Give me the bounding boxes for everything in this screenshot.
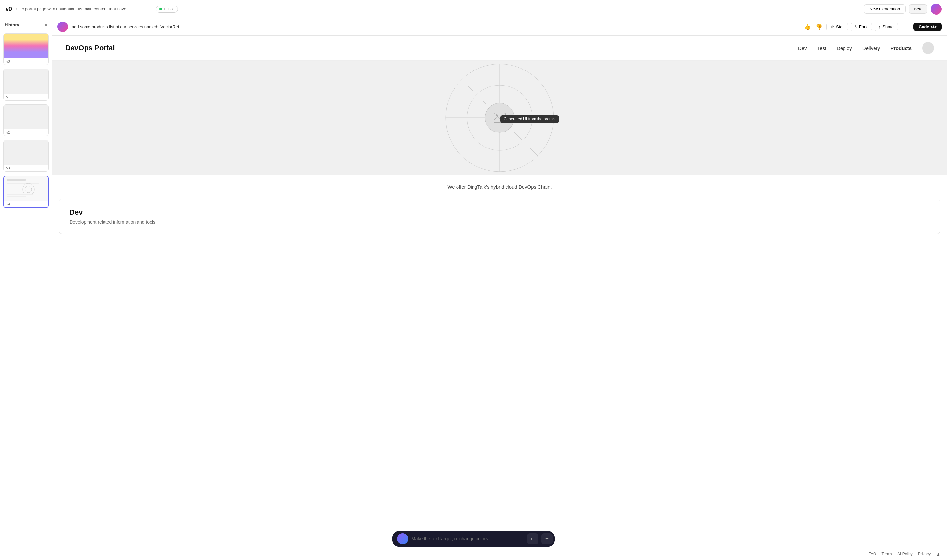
share-button[interactable]: ↑ Share — [875, 23, 898, 31]
public-label: Public — [163, 7, 174, 11]
share-label: Share — [882, 25, 894, 29]
dev-section: Dev Development related information and … — [59, 199, 941, 234]
logo: v0 — [5, 5, 12, 13]
topbar: v0 / A portal page with navigation, its … — [0, 0, 947, 18]
code-button[interactable]: Code </> — [913, 23, 942, 31]
svg-line-15 — [514, 132, 538, 156]
bottom-prompt-avatar — [397, 533, 408, 544]
version-thumbnail-v3[interactable]: v3 — [3, 140, 49, 172]
version-label-v2: v2 — [4, 129, 48, 136]
topbar-more-button[interactable]: ··· — [182, 4, 190, 14]
fork-label: Fork — [859, 25, 868, 29]
portal-user-avatar — [922, 42, 934, 54]
footer-up-arrow[interactable]: ▲ — [936, 552, 941, 557]
version-label-v1: v1 — [4, 94, 48, 100]
user-avatar[interactable] — [931, 4, 942, 15]
portal-logo: DevOps Portal — [65, 44, 115, 52]
version-label-v3: v3 — [4, 165, 48, 171]
content-area: add some products list of our services n… — [52, 18, 947, 548]
footer-privacy-link[interactable]: Privacy — [918, 552, 931, 556]
public-dot — [159, 8, 162, 11]
prompt-text: add some products list of our services n… — [72, 25, 799, 29]
bottom-prompt-enter-button[interactable]: ↵ — [527, 533, 538, 544]
svg-point-19 — [496, 114, 498, 116]
svg-rect-2 — [6, 183, 39, 184]
hero-diagram: Generated UI from the prompt — [444, 62, 555, 173]
nav-link-products[interactable]: Products — [890, 45, 912, 51]
dev-section-desc: Development related information and tool… — [69, 219, 930, 225]
page-title: A portal page with navigation, its main … — [21, 6, 152, 11]
sidebar-collapse-button[interactable]: « — [45, 22, 47, 28]
bottom-prompt-input[interactable] — [412, 536, 524, 542]
footer-faq-link[interactable]: FAQ — [868, 552, 876, 556]
version-thumbnail-v0[interactable]: v0 — [3, 33, 49, 65]
thumbs-down-button[interactable]: 👎 — [814, 23, 824, 31]
topbar-right-actions: New Generation Beta — [864, 4, 942, 15]
svg-rect-5 — [6, 194, 32, 195]
fork-button[interactable]: ⑂ Fork — [851, 23, 872, 31]
svg-line-14 — [461, 80, 486, 104]
version-thumbnail-v4[interactable]: v4 — [3, 175, 49, 208]
sidebar-header: History « — [0, 18, 52, 31]
share-icon: ↑ — [879, 25, 881, 29]
portal-nav-links: Dev Test Deploy Delivery Products — [798, 42, 934, 54]
preview-area[interactable]: DevOps Portal Dev Test Deploy Delivery P… — [52, 35, 947, 548]
version-thumb-img-v3 — [4, 140, 48, 165]
sidebar: History « v0 v1 v2 v3 — [0, 18, 52, 548]
prompt-bar: add some products list of our services n… — [52, 18, 947, 35]
main-layout: History « v0 v1 v2 v3 — [0, 18, 947, 548]
portal-description: We offer DingTalk's hybrid cloud DevOps … — [52, 175, 947, 199]
version-label-v0: v0 — [4, 58, 48, 65]
star-button[interactable]: ☆ Star — [826, 23, 848, 31]
footer-ai-policy-link[interactable]: AI Policy — [898, 552, 913, 556]
version-thumb-img-v2 — [4, 105, 48, 129]
preview-inner: DevOps Portal Dev Test Deploy Delivery P… — [52, 35, 947, 280]
nav-link-deploy[interactable]: Deploy — [837, 45, 852, 51]
version-thumbnail-v2[interactable]: v2 — [3, 105, 49, 136]
bottom-prompt-tools-button[interactable]: ✦ — [541, 533, 552, 544]
hero-tooltip: Generated UI from the prompt — [500, 115, 559, 123]
hero-section: Generated UI from the prompt — [52, 61, 947, 175]
footer: FAQ Terms AI Policy Privacy ▲ — [0, 548, 947, 560]
separator: / — [16, 6, 17, 12]
nav-link-test[interactable]: Test — [817, 45, 827, 51]
version-thumbnail-v1[interactable]: v1 — [3, 69, 49, 100]
version-label-v4: v4 — [4, 201, 48, 207]
dev-section-title: Dev — [69, 208, 930, 217]
footer-terms-link[interactable]: Terms — [881, 552, 892, 556]
prompt-avatar — [57, 22, 68, 32]
nav-link-delivery[interactable]: Delivery — [862, 45, 880, 51]
svg-line-16 — [514, 80, 538, 104]
star-icon: ☆ — [830, 25, 834, 29]
fork-icon: ⑂ — [855, 25, 858, 29]
star-label: Star — [836, 25, 844, 29]
public-badge[interactable]: Public — [156, 6, 178, 13]
more-button[interactable]: ··· — [901, 22, 911, 32]
svg-rect-6 — [6, 197, 26, 197]
new-generation-button[interactable]: New Generation — [864, 4, 905, 14]
prompt-actions: 👍 👎 ☆ Star ⑂ Fork ↑ Share ··· Code </> — [803, 22, 942, 32]
beta-button[interactable]: Beta — [909, 4, 927, 14]
sidebar-title: History — [5, 23, 19, 28]
nav-link-dev[interactable]: Dev — [798, 45, 807, 51]
bottom-prompt-bar: ↵ ✦ — [392, 531, 555, 547]
version-thumb-img-v0 — [4, 34, 48, 58]
svg-line-17 — [461, 132, 486, 156]
thumbs-up-button[interactable]: 👍 — [803, 23, 812, 31]
version-thumb-img-v1 — [4, 69, 48, 94]
version-thumb-img-v4 — [4, 176, 48, 201]
svg-rect-1 — [6, 179, 26, 181]
portal-nav: DevOps Portal Dev Test Deploy Delivery P… — [52, 35, 947, 61]
